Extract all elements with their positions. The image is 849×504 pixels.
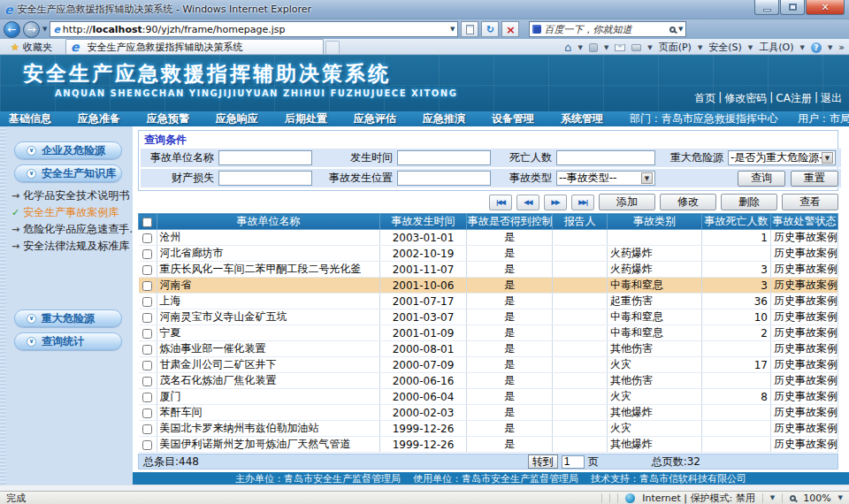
row-checkbox[interactable]: [142, 281, 152, 291]
print-icon[interactable]: [631, 44, 641, 51]
url-dropdown-icon[interactable]: ▼: [450, 26, 455, 33]
back-button[interactable]: ←: [4, 21, 20, 38]
edit-button[interactable]: 修改: [660, 194, 716, 210]
row-checkbox[interactable]: [142, 265, 152, 275]
table-row[interactable]: 重庆长风化一车间二苯甲酮工段二号光化釜2001-11-07是火药爆炸3历史事故案…: [139, 262, 838, 278]
browser-tab[interactable]: e 安全生产应急救援指挥辅助决策系统: [65, 39, 324, 54]
table-row[interactable]: 厦门2000-06-04是火灾8历史事故案例: [139, 389, 838, 405]
history-dropdown-icon[interactable]: ▼: [42, 26, 47, 33]
reset-button[interactable]: 重置: [791, 171, 838, 187]
sidebar-section-1[interactable]: ∨安全生产知识库: [14, 164, 122, 182]
menu-item-4[interactable]: 后期处置: [285, 111, 327, 126]
home-icon[interactable]: ⌂: [564, 42, 571, 53]
search-icon[interactable]: [669, 27, 676, 33]
sidebar-item-2[interactable]: →化学品安全技术说明书: [0, 187, 133, 204]
menu-item-5[interactable]: 应急评估: [354, 111, 396, 126]
header-link-0[interactable]: 首页: [694, 91, 715, 106]
zoom-dropdown-icon[interactable]: ▼: [838, 494, 843, 501]
major-hazard-select[interactable]: -是否为重大危险源-▼: [728, 150, 836, 165]
stop-button[interactable]: ×: [501, 21, 519, 37]
first-page-button[interactable]: |◀◀: [489, 195, 512, 210]
row-checkbox[interactable]: [142, 409, 152, 418]
table-row[interactable]: 上海2001-07-17是起重伤害36历史事故案例: [139, 294, 838, 309]
feeds-icon[interactable]: [589, 43, 598, 52]
menu-item-7[interactable]: 设备管理: [492, 111, 534, 126]
table-row[interactable]: 河北省廊坊市2002-10-19是火药爆炸历史事故案例: [139, 246, 838, 262]
row-checkbox[interactable]: [142, 249, 152, 259]
accident-type-select[interactable]: --事故类型--▼: [556, 171, 655, 186]
maximize-button[interactable]: [780, 0, 805, 15]
last-page-button[interactable]: ▶▶|: [571, 195, 594, 210]
table-row[interactable]: 苯酐车间2000-02-03是其他爆炸历史事故案例: [139, 405, 838, 421]
table-row[interactable]: 河南灵宝市义寺山金矿五坑2001-03-07是中毒和窒息10历史事故案例: [139, 309, 838, 325]
sidebar-section-6[interactable]: ∨重大危险源: [14, 309, 122, 327]
zoom-level[interactable]: 100%: [803, 493, 830, 504]
menu-item-1[interactable]: 应急准备: [78, 111, 120, 126]
row-checkbox[interactable]: [142, 313, 152, 323]
query-button[interactable]: 查询: [738, 171, 785, 187]
url-field[interactable]: e http://localhost:90/yjzh/frame/homepag…: [50, 21, 458, 37]
search-dropdown-icon[interactable]: ▼: [678, 26, 683, 33]
row-checkbox[interactable]: [142, 233, 152, 243]
sidebar-item-3[interactable]: ✓安全生产事故案例库: [0, 204, 133, 221]
protected-mode-dropdown-icon[interactable]: ▼: [770, 494, 775, 501]
sidebar-section-0[interactable]: ∨企业及危险源: [14, 141, 122, 159]
select-all-checkbox[interactable]: [142, 218, 152, 227]
add-button[interactable]: 添加: [599, 194, 655, 210]
help-icon[interactable]: ?: [811, 42, 822, 53]
tools-menu[interactable]: 工具(O): [759, 41, 793, 54]
accident-location-input[interactable]: [397, 171, 491, 186]
page-menu[interactable]: 页面(P): [659, 41, 692, 54]
page-number-input[interactable]: [562, 455, 585, 469]
unit-name-input[interactable]: [218, 150, 312, 165]
mail-icon[interactable]: [615, 44, 625, 51]
more-commands[interactable]: »: [838, 42, 845, 53]
row-checkbox[interactable]: [142, 345, 152, 355]
next-page-button[interactable]: ▶▶: [544, 195, 567, 210]
table-row[interactable]: 美国伊利诺斯州芝加哥炼油厂天然气管道1999-12-26是其他爆炸历史事故案例: [139, 437, 838, 453]
header-link-3[interactable]: 退出: [821, 91, 842, 106]
menu-item-3[interactable]: 应急响应: [216, 111, 258, 126]
goto-page-button[interactable]: 转到: [528, 454, 558, 469]
menu-item-0[interactable]: 基础信息: [9, 111, 51, 126]
close-button[interactable]: ✕: [806, 0, 845, 15]
table-row[interactable]: 沧州2003-01-01是1历史事故案例: [139, 230, 838, 246]
compatibility-view-button[interactable]: [461, 21, 478, 37]
row-checkbox[interactable]: [142, 393, 152, 402]
forward-button[interactable]: →: [23, 21, 40, 38]
view-button[interactable]: 查看: [782, 194, 838, 210]
table-row[interactable]: 甘肃金川公司二矿区井下2000-07-09是火灾17历史事故案例: [139, 357, 838, 373]
sidebar-item-5[interactable]: →安全法律法规及标准库: [0, 238, 133, 255]
sidebar-item-4[interactable]: →危险化学品应急速查手...: [0, 221, 133, 238]
row-checkbox[interactable]: [142, 329, 152, 339]
table-row[interactable]: 茂名石化炼油厂焦化装置2000-06-16是其他伤害历史事故案例: [139, 373, 838, 389]
menu-item-6[interactable]: 应急推演: [423, 111, 465, 126]
print-dropdown-icon[interactable]: ▼: [647, 44, 652, 51]
security-menu[interactable]: 安全(S): [708, 41, 742, 54]
header-link-2[interactable]: CA注册: [776, 91, 812, 106]
property-loss-input[interactable]: [218, 171, 312, 186]
minimize-button[interactable]: [754, 0, 779, 15]
new-tab-button[interactable]: [325, 41, 340, 54]
delete-button[interactable]: 删除: [721, 194, 777, 210]
menu-item-8[interactable]: 系统管理: [561, 111, 603, 126]
table-row[interactable]: 宁夏2001-01-09是中毒和窒息2历史事故案例: [139, 325, 838, 341]
row-checkbox[interactable]: [142, 297, 152, 307]
row-checkbox[interactable]: [142, 377, 152, 386]
home-dropdown-icon[interactable]: ▼: [577, 44, 582, 51]
search-box[interactable]: 百度一下，你就知道 ▼: [529, 21, 686, 37]
table-row[interactable]: 河南省2001-10-06是中毒和窒息3历史事故案例: [139, 278, 838, 294]
menu-item-2[interactable]: 应急预警: [147, 111, 189, 126]
favorites-button[interactable]: ★ 收藏夹: [3, 40, 60, 54]
prev-page-button[interactable]: ◀◀: [516, 195, 539, 210]
occur-time-input[interactable]: [397, 150, 491, 165]
refresh-button[interactable]: ↻: [481, 21, 499, 37]
sidebar-section-7[interactable]: ∨查询统计: [14, 332, 122, 350]
table-row[interactable]: 炼油事业部一催化装置2000-08-01是其他伤害历史事故案例: [139, 341, 838, 357]
row-checkbox[interactable]: [142, 361, 152, 370]
row-checkbox[interactable]: [142, 440, 152, 450]
feeds-dropdown-icon[interactable]: ▼: [604, 44, 608, 51]
table-row[interactable]: 美国北卡罗来纳州韦兹伯勒加油站1999-12-26是火灾历史事故案例: [139, 421, 838, 437]
header-link-1[interactable]: 修改密码: [724, 91, 767, 106]
death-count-input[interactable]: [556, 150, 655, 165]
